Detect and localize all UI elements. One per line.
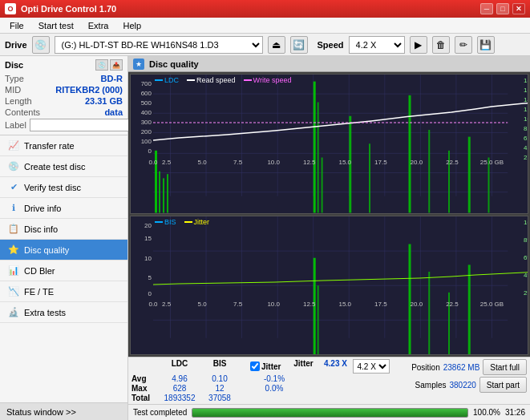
jitter-checkbox[interactable] bbox=[250, 361, 260, 371]
svg-rect-78 bbox=[468, 265, 471, 354]
save-button[interactable]: 💾 bbox=[477, 36, 495, 54]
speed-icon1[interactable]: ▶ bbox=[410, 36, 427, 54]
svg-text:12X: 12X bbox=[524, 106, 528, 113]
max-bis: 12 bbox=[202, 384, 237, 393]
total-bis: 37058 bbox=[202, 394, 237, 402]
disc-panel-title: Disc bbox=[5, 60, 23, 70]
sidebar-item-transfer-rate[interactable]: 📈 Transfer rate bbox=[0, 135, 127, 156]
menu-help[interactable]: Help bbox=[116, 19, 148, 32]
menu-file[interactable]: File bbox=[3, 19, 30, 32]
sidebar-item-extra-tests[interactable]: 🔬 Extra tests bbox=[0, 302, 127, 323]
transfer-rate-icon: 📈 bbox=[8, 140, 19, 151]
sidebar-item-disc-info[interactable]: 📋 Disc info bbox=[0, 219, 127, 240]
svg-rect-19 bbox=[163, 178, 164, 212]
erase-button[interactable]: 🗑 bbox=[432, 36, 450, 54]
progress-fill bbox=[192, 409, 467, 417]
avg-bis: 0.10 bbox=[202, 374, 237, 383]
svg-rect-18 bbox=[159, 172, 160, 213]
legend-read-speed-color bbox=[187, 79, 195, 81]
svg-text:4%: 4% bbox=[524, 272, 528, 279]
svg-text:5.0: 5.0 bbox=[198, 301, 208, 308]
sidebar-item-cd-bler[interactable]: 📊 CD Bler bbox=[0, 260, 127, 281]
disc-length-field: Length 23.31 GB bbox=[5, 96, 123, 106]
create-test-disc-label: Create test disc bbox=[24, 162, 85, 172]
disc-quality-header: ★ Disc quality bbox=[128, 56, 530, 72]
write-button[interactable]: ✏ bbox=[455, 36, 472, 54]
legend-write-speed-color bbox=[244, 79, 252, 81]
menu-extra[interactable]: Extra bbox=[82, 19, 115, 32]
svg-text:8%: 8% bbox=[524, 236, 528, 244]
chart1-legend: LDC Read speed Write speed bbox=[155, 76, 291, 84]
minimize-button[interactable]: ─ bbox=[480, 3, 493, 14]
fe-te-label: FE / TE bbox=[24, 287, 54, 297]
status-window-button[interactable]: Status window >> bbox=[0, 402, 127, 420]
max-ldc: 628 bbox=[157, 384, 202, 393]
svg-text:700: 700 bbox=[141, 80, 152, 87]
avg-ldc: 4.96 bbox=[157, 374, 202, 383]
svg-text:14X: 14X bbox=[524, 96, 528, 103]
sidebar: Disc 💿 📤 Type BD-R MID RITEKBR2 (000) Le… bbox=[0, 56, 128, 420]
disc-label-input[interactable] bbox=[30, 119, 136, 131]
svg-rect-22 bbox=[318, 103, 319, 213]
svg-rect-75 bbox=[409, 244, 411, 354]
speed-select[interactable]: 4.2 X bbox=[349, 36, 405, 54]
svg-rect-23 bbox=[322, 158, 323, 213]
app-icon: O bbox=[5, 3, 16, 14]
sidebar-item-create-test-disc[interactable]: 💿 Create test disc bbox=[0, 156, 127, 177]
verify-test-disc-label: Verify test disc bbox=[24, 183, 81, 192]
svg-text:400: 400 bbox=[141, 109, 152, 116]
chart2-legend: BIS Jitter bbox=[155, 218, 209, 226]
speed-label: Speed bbox=[318, 40, 344, 50]
disc-icon2[interactable]: 📤 bbox=[110, 59, 123, 71]
legend-bis-label: BIS bbox=[164, 218, 176, 226]
svg-text:600: 600 bbox=[141, 90, 152, 97]
legend-bis: BIS bbox=[155, 218, 176, 226]
svg-text:17.5: 17.5 bbox=[374, 301, 387, 308]
speed-select-stats[interactable]: 4.2 X bbox=[353, 359, 390, 374]
stats-table-area: LDC BIS Jitter Jitter 4.23 X 4.2 X bbox=[131, 359, 395, 402]
disc-quality-header-icon: ★ bbox=[133, 59, 144, 70]
disc-quality-title: Disc quality bbox=[149, 59, 199, 69]
col-ldc: LDC bbox=[157, 359, 202, 374]
legend-jitter-label: Jitter bbox=[194, 218, 210, 226]
sidebar-item-verify-test-disc[interactable]: ✔ Verify test disc bbox=[0, 177, 127, 198]
disc-panel: Disc 💿 📤 Type BD-R MID RITEKBR2 (000) Le… bbox=[0, 56, 127, 135]
content-area: ★ Disc quality LDC Read speed bbox=[128, 56, 530, 420]
ldc-chart: LDC Read speed Write speed bbox=[130, 74, 528, 214]
drive-info-label: Drive info bbox=[24, 204, 61, 213]
samples-value: 380220 bbox=[449, 381, 475, 390]
svg-text:6X: 6X bbox=[524, 135, 528, 142]
disc-icon1[interactable]: 💿 bbox=[95, 59, 108, 71]
drive-icon-button[interactable]: 💿 bbox=[32, 36, 50, 54]
svg-text:20.0: 20.0 bbox=[411, 159, 423, 166]
drive-refresh-button[interactable]: 🔄 bbox=[290, 36, 308, 54]
legend-ldc-label: LDC bbox=[164, 76, 179, 84]
disc-type-value: BD-R bbox=[101, 74, 123, 83]
cd-bler-icon: 📊 bbox=[8, 265, 19, 277]
bis-jitter-chart: BIS Jitter bbox=[130, 216, 528, 356]
sidebar-item-fe-te[interactable]: 📉 FE / TE bbox=[0, 281, 127, 302]
svg-text:10.0: 10.0 bbox=[267, 301, 280, 308]
drive-select[interactable]: (G:) HL-DT-ST BD-RE WH16NS48 1.D3 bbox=[55, 36, 263, 54]
maximize-button[interactable]: □ bbox=[496, 3, 509, 14]
stats-row-max: Max 628 12 0.0% bbox=[131, 384, 395, 393]
stats-headers: LDC BIS Jitter Jitter 4.23 X 4.2 X bbox=[157, 359, 395, 374]
svg-text:0.0: 0.0 bbox=[148, 301, 158, 308]
svg-text:0: 0 bbox=[148, 147, 152, 155]
eject-button[interactable]: ⏏ bbox=[268, 36, 285, 54]
create-test-disc-icon: 💿 bbox=[8, 161, 19, 172]
start-part-button[interactable]: Start part bbox=[479, 377, 527, 393]
verify-test-disc-icon: ✔ bbox=[8, 182, 19, 193]
close-button[interactable]: ✕ bbox=[512, 3, 525, 14]
svg-text:2.5: 2.5 bbox=[162, 159, 172, 166]
svg-text:25.0 GB: 25.0 GB bbox=[480, 159, 504, 166]
start-full-button[interactable]: Start full bbox=[483, 359, 527, 375]
sidebar-item-disc-quality[interactable]: ⭐ Disc quality bbox=[0, 240, 127, 260]
menu-start-test[interactable]: Start test bbox=[32, 19, 80, 32]
sidebar-item-drive-info[interactable]: ℹ Drive info bbox=[0, 198, 127, 219]
status-time: 31:26 bbox=[505, 408, 525, 417]
drive-label: Drive bbox=[5, 40, 27, 50]
legend-jitter: Jitter bbox=[184, 218, 210, 226]
svg-text:6%: 6% bbox=[524, 254, 528, 261]
disc-quality-label: Disc quality bbox=[24, 245, 69, 255]
